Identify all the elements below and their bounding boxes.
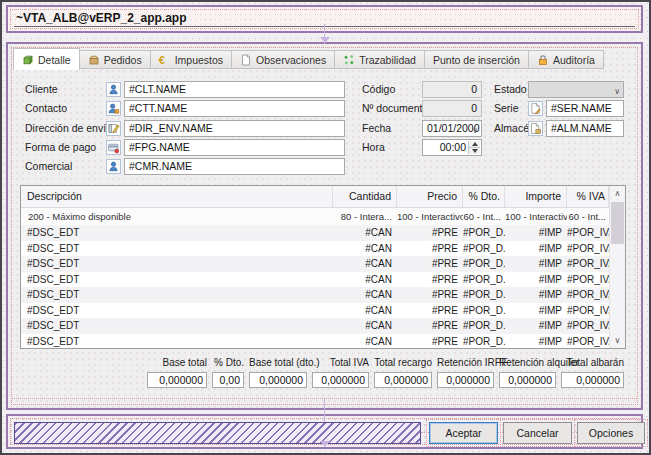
column-header-dto[interactable]: % Dto. (463, 186, 505, 207)
cell-cantidad: #CAN (333, 303, 397, 319)
cell-importe: #IMP (505, 287, 567, 303)
comercial-input[interactable]: #CMR.NAME (124, 158, 345, 175)
total-value-input[interactable]: 0,000000 (312, 372, 369, 388)
note-pencil-icon[interactable] (106, 121, 121, 136)
anchor-arrow-icon (320, 37, 330, 43)
aceptar-button[interactable]: Aceptar (429, 422, 498, 444)
serie-input[interactable]: #SER.NAME (546, 100, 624, 117)
spin-up-icon[interactable] (469, 141, 480, 148)
tab-punto-de-insercion[interactable]: Punto de inserción (425, 50, 529, 69)
cell-descripcion: #DSC_EDT (21, 287, 333, 303)
num-documento-input: 0 (422, 100, 482, 117)
person-contact-icon[interactable] (106, 101, 121, 116)
total-field: Base total (dto.) 0,000000 (249, 357, 307, 388)
tab-trazabilidad[interactable]: Trazabilidad (335, 50, 425, 69)
chevron-down-icon: ∨ (614, 84, 620, 98)
tab-detalle[interactable]: Detalle (13, 48, 80, 70)
contacto-input[interactable]: #CTT.NAME (124, 100, 345, 117)
cell-dto: #POR_D... (463, 334, 505, 350)
fecha-label: Fecha (362, 120, 391, 137)
tab-impuestos[interactable]: € Impuestos (151, 50, 232, 69)
cell-precio: #PRE (397, 256, 463, 272)
page-edit-icon[interactable] (528, 101, 543, 116)
cell-descripcion: #DSC_EDT (21, 272, 333, 288)
cliente-input[interactable]: #CLT.NAME (124, 81, 345, 98)
grid-header: Descripción Cantidad Precio % Dto. Impor… (21, 186, 625, 208)
total-value-input[interactable]: 0,000000 (437, 372, 494, 388)
chevron-down-icon[interactable]: ∨ (472, 123, 478, 137)
column-header-iva[interactable]: % IVA (567, 186, 609, 207)
cell-descripcion: #DSC_EDT (21, 303, 333, 319)
total-field: % Dto. 0,00 (212, 357, 244, 388)
cell-dto: #POR_D... (463, 225, 505, 241)
cell-dto: #POR_D... (463, 303, 505, 319)
cell-descripcion: #DSC_EDT (21, 318, 333, 334)
column-header-descripcion[interactable]: Descripción (21, 186, 333, 207)
cell-importe: #IMP (505, 318, 567, 334)
direccion-envio-input[interactable]: #DIR_ENV.NAME (124, 120, 345, 137)
grid-row[interactable]: #DSC_EDT #CAN #PRE #POR_D... #IMP #POR_I… (21, 241, 625, 257)
grid-row[interactable]: #DSC_EDT #CAN #PRE #POR_D... #IMP #POR_I… (21, 256, 625, 272)
estado-combo: ∨ (528, 81, 624, 98)
limit-cell: 60 - Int... (567, 208, 609, 225)
total-value-input[interactable]: 0,00 (212, 372, 244, 388)
scrollbar-thumb[interactable] (611, 202, 624, 244)
green-dots-icon (343, 54, 355, 66)
grid-row[interactable]: #DSC_EDT #CAN #PRE #POR_D... #IMP #POR_I… (21, 303, 625, 319)
cell-precio: #PRE (397, 334, 463, 350)
tab-observaciones[interactable]: Observaciones (232, 50, 335, 69)
limit-cell: 100 - Interactivo (505, 208, 567, 225)
person-icon[interactable] (106, 159, 121, 174)
total-value-input[interactable]: 0,000000 (147, 372, 207, 388)
hora-time-spinner[interactable]: 00:00 (422, 139, 482, 156)
tab-label: Auditoría (553, 54, 595, 66)
spin-down-icon[interactable] (469, 148, 480, 154)
total-label: Retención IRPF (437, 357, 494, 370)
cancelar-button[interactable]: Cancelar (503, 422, 572, 444)
opciones-button[interactable]: Opciones (577, 422, 645, 444)
grid-row[interactable]: #DSC_EDT #CAN #PRE #POR_D... #IMP #POR_I… (21, 225, 625, 241)
codigo-input: 0 (422, 81, 482, 98)
column-header-importe[interactable]: Importe (505, 186, 567, 207)
grid-row[interactable]: #DSC_EDT #CAN #PRE #POR_D... #IMP #POR_I… (21, 318, 625, 334)
hora-label: Hora (362, 139, 385, 156)
panel-bottom-dotted-line (12, 398, 637, 399)
total-value-input[interactable]: 0,000000 (374, 372, 432, 388)
person-icon[interactable] (106, 82, 121, 97)
column-header-precio[interactable]: Precio (397, 186, 463, 207)
cell-descripcion: #DSC_EDT (21, 334, 333, 350)
total-label: Total recargo (374, 357, 432, 370)
spinner-buttons[interactable] (468, 141, 480, 154)
limit-cell: 80 - Intera... (333, 208, 397, 225)
page-box-icon[interactable] (528, 121, 543, 136)
cell-dto: #POR_D... (463, 256, 505, 272)
form-designer-canvas: ~VTA_ALB@vERP_2_app.app Detalle Pedidos … (0, 0, 651, 455)
fecha-date-picker[interactable]: 01/01/2000 ∨ (422, 120, 482, 137)
lines-grid: Descripción Cantidad Precio % Dto. Impor… (20, 185, 626, 349)
grid-limit-row[interactable]: 200 - Máximo disponible 80 - Intera... 1… (21, 208, 625, 225)
almacen-input[interactable]: #ALM.NAME (546, 120, 624, 137)
total-label: Retención alquiler (499, 357, 556, 370)
scroll-up-icon[interactable]: ∧ (610, 186, 625, 201)
forma-pago-input[interactable]: #FPG.NAME (124, 139, 345, 156)
grid-row[interactable]: #DSC_EDT #CAN #PRE #POR_D... #IMP #POR_I… (21, 272, 625, 288)
total-value-input[interactable]: 0,000000 (249, 372, 307, 388)
grid-scrollbar[interactable]: ∧ ∨ (609, 186, 625, 348)
grid-body: #DSC_EDT #CAN #PRE #POR_D... #IMP #POR_I… (21, 225, 625, 349)
cell-iva: #POR_IVA (567, 287, 609, 303)
tab-label: Observaciones (256, 54, 326, 66)
tab-auditoria[interactable]: Auditoría (529, 50, 604, 69)
payment-card-icon[interactable] (106, 140, 121, 155)
direccion-envio-label: Dirección de envío (25, 120, 112, 137)
grid-row[interactable]: #DSC_EDT #CAN #PRE #POR_D... #IMP #POR_I… (21, 334, 625, 350)
tab-pedidos[interactable]: Pedidos (80, 50, 151, 69)
euro-icon: € (159, 54, 171, 66)
column-header-cantidad[interactable]: Cantidad (333, 186, 397, 207)
tab-label: Punto de inserción (433, 54, 520, 66)
total-field: Base total 0,000000 (147, 357, 207, 388)
total-value-input[interactable]: 0,000000 (561, 372, 624, 388)
cell-iva: #POR_IVA (567, 303, 609, 319)
scroll-down-icon[interactable]: ∨ (610, 333, 625, 348)
grid-row[interactable]: #DSC_EDT #CAN #PRE #POR_D... #IMP #POR_I… (21, 287, 625, 303)
total-value-input[interactable]: 0,000000 (499, 372, 556, 388)
